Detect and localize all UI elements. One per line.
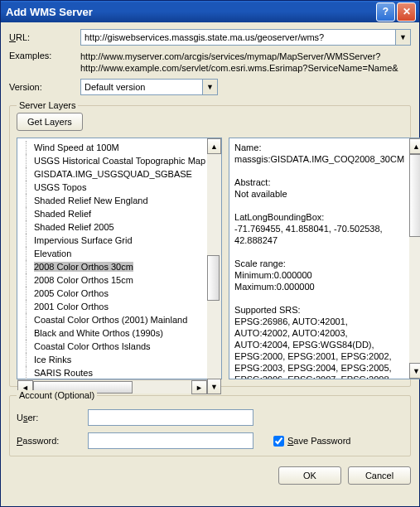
tree-item[interactable]: Shaded Relief New England [21, 194, 207, 207]
save-password-checkbox[interactable]: Save Password [270, 433, 350, 449]
tree-item[interactable]: Shaded Relief 2005 [21, 220, 207, 234]
scroll-down-icon[interactable]: ▼ [207, 379, 221, 394]
account-legend: Account (Optional) [17, 390, 97, 400]
tree-item[interactable]: Black and White Orthos (1990s) [21, 326, 207, 340]
get-layers-button[interactable]: Get Layers [17, 113, 83, 131]
title-bar: Add WMS Server ? ✕ [1, 1, 419, 22]
scroll-up-icon[interactable]: ▲ [207, 138, 221, 154]
tree-item[interactable]: 2008 Color Orthos 30cm [21, 260, 207, 273]
password-label: Password: [17, 436, 88, 446]
tree-item[interactable]: Ice Rinks [21, 353, 207, 366]
close-button[interactable]: ✕ [397, 2, 416, 22]
tree-item[interactable]: Coastal Color Orthos (2001) Mainland [21, 313, 207, 326]
tree-item[interactable]: USGS Topos [21, 181, 207, 194]
layer-details: Name:massgis:GISDATA.IMG_COQ2008_30CMAbs… [229, 138, 420, 379]
password-input[interactable] [88, 432, 253, 449]
url-label: URL: [9, 32, 80, 42]
ok-button[interactable]: OK [278, 466, 341, 485]
url-drop-icon[interactable]: ▼ [395, 29, 411, 46]
window-title: Add WMS Server [6, 6, 374, 18]
version-label: Version: [9, 82, 80, 92]
version-combo[interactable]: ▼ [80, 79, 218, 95]
tree-item[interactable]: Impervious Surface Grid [21, 234, 207, 247]
tree-item[interactable]: Coastal Color Orthos Islands [21, 340, 207, 353]
version-drop-icon[interactable]: ▼ [202, 79, 218, 95]
scroll-up-icon[interactable]: ▲ [409, 138, 420, 154]
layers-tree[interactable]: Wind Speed at 100MUSGS Historical Coasta… [17, 138, 222, 379]
tree-item[interactable]: 2005 Color Orthos [21, 287, 207, 300]
tree-v-scrollbar[interactable]: ▲ ▼ [207, 138, 221, 394]
server-layers-group: Server Layers Get Layers Wind Speed at 1… [9, 105, 411, 387]
tree-item[interactable]: Elevation [21, 247, 207, 260]
help-button[interactable]: ? [376, 2, 395, 22]
examples-text: http://www.myserver.com/arcgis/services/… [80, 51, 398, 74]
user-label: User: [17, 413, 88, 422]
examples-label: Examples: [9, 51, 80, 60]
tree-item[interactable]: Wind Speed at 100M [21, 141, 207, 154]
tree-item[interactable]: Shaded Relief [21, 207, 207, 220]
scroll-right-icon[interactable]: ► [191, 380, 207, 394]
account-group: Account (Optional) User: Password: Save … [9, 395, 411, 456]
details-v-scrollbar[interactable]: ▲ ▼ [409, 138, 420, 379]
cancel-button[interactable]: Cancel [348, 466, 411, 485]
tree-item[interactable]: USGS Historical Coastal Topographic Map [21, 154, 207, 167]
url-combo[interactable]: ▼ [80, 29, 411, 46]
scroll-down-icon[interactable]: ▼ [409, 363, 420, 379]
tree-item[interactable]: GISDATA.IMG_USGSQUAD_SGBASE [21, 167, 207, 181]
server-layers-legend: Server Layers [17, 100, 78, 110]
tree-item[interactable]: SARIS Routes [21, 366, 207, 379]
tree-item[interactable]: 2008 Color Orthos 15cm [21, 273, 207, 287]
tree-item[interactable]: 2001 Color Orthos [21, 300, 207, 313]
url-input[interactable] [80, 29, 395, 46]
user-input[interactable] [88, 409, 253, 426]
save-password-box[interactable] [273, 436, 284, 447]
version-input[interactable] [80, 79, 202, 95]
